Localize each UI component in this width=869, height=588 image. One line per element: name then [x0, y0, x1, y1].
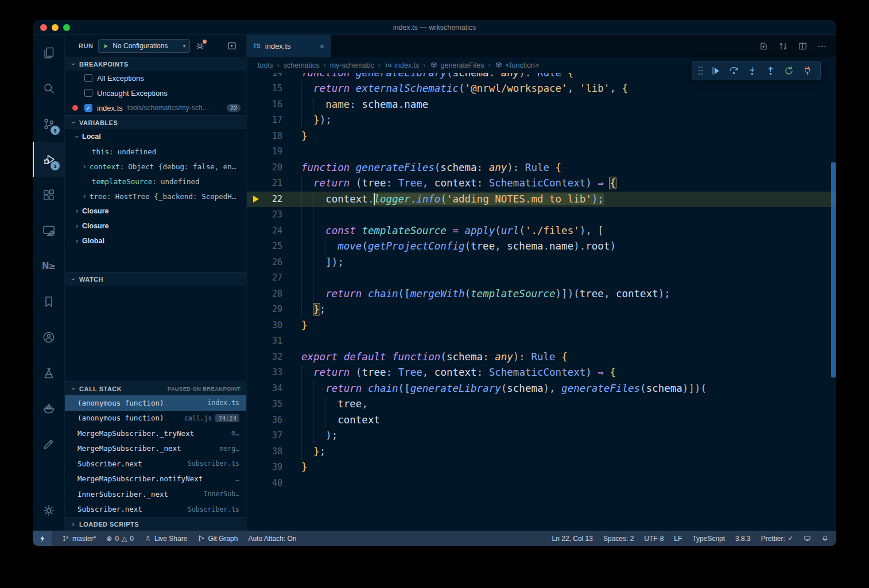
- activity-docker[interactable]: [33, 391, 64, 426]
- code-editor[interactable]: 14function generateLibrary(schema: any):…: [247, 73, 836, 531]
- activity-source-control[interactable]: 3: [33, 106, 64, 142]
- breadcrumb-function[interactable]: <function>: [495, 61, 539, 69]
- breakpoint-checkbox[interactable]: [84, 89, 92, 97]
- code-line-24[interactable]: 24 const templateSource = apply(url('./f…: [247, 223, 836, 239]
- split-editor-icon[interactable]: [798, 41, 808, 51]
- breakpoint-item[interactable]: Uncaught Exceptions: [65, 85, 246, 100]
- code-line-25[interactable]: 25 move(getProjectConfig(tree, schema.na…: [247, 239, 836, 255]
- more-actions-icon[interactable]: ⋯: [817, 42, 827, 51]
- debug-config-dropdown[interactable]: No Configurations ▾: [98, 39, 190, 53]
- breadcrumb-schematics[interactable]: schematics: [284, 61, 320, 69]
- open-changes-icon[interactable]: [759, 41, 769, 51]
- activity-search[interactable]: [33, 71, 64, 106]
- step-into-button[interactable]: [744, 63, 760, 79]
- code-line-35[interactable]: 35 tree,: [247, 396, 836, 412]
- code-line-39[interactable]: 39}: [247, 460, 836, 476]
- live-share-status[interactable]: Live Share: [144, 535, 187, 543]
- close-window-button[interactable]: [40, 24, 47, 31]
- activity-bookmarks[interactable]: [33, 284, 64, 320]
- variable-item[interactable]: ›tree:HostTree {_backend: ScopedH…: [65, 189, 246, 204]
- zoom-window-button[interactable]: [63, 24, 70, 31]
- call-stack-frame[interactable]: (anonymous function)index.ts: [65, 395, 246, 411]
- code-line-38[interactable]: 38 };: [247, 444, 836, 460]
- variables-section-header[interactable]: › VARIABLES: [65, 115, 246, 129]
- code-line-20[interactable]: 20function generateFiles(schema: any): R…: [247, 160, 836, 176]
- encoding-status[interactable]: UTF-8: [644, 535, 664, 543]
- variable-item[interactable]: this:undefined: [65, 144, 246, 159]
- watch-section-header[interactable]: › WATCH: [65, 272, 246, 286]
- code-line-22[interactable]: 22 context.logger.info('adding NOTES.md …: [247, 192, 836, 208]
- overview-ruler[interactable]: [831, 73, 836, 531]
- restart-button[interactable]: [781, 63, 797, 79]
- code-line-36[interactable]: 36 context: [247, 412, 836, 429]
- call-stack-frame[interactable]: InnerSubscriber._nextInnerSub…: [65, 486, 246, 502]
- code-line-26[interactable]: 26 ]);: [247, 255, 836, 271]
- activity-nx-console[interactable]: N≥: [33, 248, 64, 284]
- breadcrumb-index-ts[interactable]: TSindex.ts: [385, 61, 419, 69]
- code-line-17[interactable]: 17 });: [247, 112, 836, 128]
- code-line-33[interactable]: 33 return (tree: Tree, context: Schemati…: [247, 365, 836, 381]
- variables-scope[interactable]: ›Local: [65, 129, 246, 144]
- code-line-18[interactable]: 18}: [247, 128, 836, 145]
- code-line-34[interactable]: 34 return chain([generateLibrary(schema)…: [247, 381, 836, 397]
- activity-run-and-debug[interactable]: 1: [33, 142, 64, 177]
- variable-item[interactable]: ›context:Object {debug: false, en…: [65, 159, 246, 174]
- git-branch-status[interactable]: master*: [62, 535, 96, 543]
- call-stack-frame[interactable]: MergeMapSubscriber._tryNextm…: [65, 426, 246, 441]
- activity-live-share[interactable]: [33, 320, 64, 355]
- step-over-button[interactable]: [726, 63, 742, 79]
- tab-index-ts[interactable]: TS index.ts ×: [247, 35, 331, 57]
- code-line-37[interactable]: 37 );: [247, 428, 836, 444]
- auto-attach-status[interactable]: Auto Attach: On: [248, 535, 296, 543]
- indentation-status[interactable]: Spaces: 2: [603, 535, 634, 543]
- call-stack-frame[interactable]: Subscriber.nextSubscriber.ts: [65, 502, 246, 517]
- activity-explorer[interactable]: [33, 35, 64, 71]
- call-stack-frame[interactable]: Subscriber.nextSubscriber.ts: [65, 456, 246, 472]
- variables-scope[interactable]: ›Global: [65, 233, 246, 248]
- breakpoints-section-header[interactable]: › BREAKPOINTS: [65, 57, 246, 71]
- variable-item[interactable]: templateSource:undefined: [65, 174, 246, 189]
- breakpoint-item[interactable]: ✓index.tstools/schematics/my-sch…22: [65, 100, 246, 115]
- toolbar-drag-handle[interactable]: [697, 65, 704, 76]
- call-stack-frame[interactable]: MergeMapSubscriber._nextmerg…: [65, 441, 246, 457]
- breadcrumb-my-schematic[interactable]: my-schematic: [330, 61, 374, 69]
- close-tab-icon[interactable]: ×: [320, 42, 324, 51]
- notifications-bell-icon[interactable]: [821, 535, 829, 542]
- call-stack-frame[interactable]: MergeMapSubscriber.notifyNext…: [65, 472, 246, 487]
- compare-changes-icon[interactable]: [778, 41, 788, 51]
- disconnect-button[interactable]: [800, 63, 815, 79]
- remote-indicator[interactable]: [33, 531, 52, 546]
- prettier-status[interactable]: Prettier: ✓: [761, 535, 793, 543]
- code-line-40[interactable]: 40: [247, 476, 836, 492]
- step-out-button[interactable]: [763, 63, 778, 79]
- breakpoint-checkbox[interactable]: ✓: [84, 104, 92, 112]
- code-line-31[interactable]: 31: [247, 333, 836, 349]
- activity-manage[interactable]: [33, 493, 64, 528]
- problems-status[interactable]: ⊗ 0 △ 0: [106, 535, 134, 543]
- code-line-19[interactable]: 19: [247, 144, 836, 160]
- breadcrumb-generatefiles[interactable]: generateFiles: [430, 61, 484, 69]
- code-line-16[interactable]: 16 name: schema.name: [247, 97, 836, 113]
- activity-remote-explorer[interactable]: [33, 213, 64, 248]
- activity-codetour[interactable]: [33, 426, 64, 462]
- cursor-position-status[interactable]: Ln 22, Col 13: [552, 535, 593, 543]
- activity-extensions[interactable]: [33, 177, 64, 213]
- call-stack-frame[interactable]: (anonymous function)call.js74:24: [65, 411, 246, 426]
- code-line-23[interactable]: 23: [247, 207, 836, 223]
- screencast-icon[interactable]: [804, 535, 811, 542]
- configure-gear-icon[interactable]: [195, 41, 205, 51]
- breakpoint-checkbox[interactable]: [84, 74, 92, 82]
- activity-tests[interactable]: [33, 355, 64, 391]
- call-stack-section-header[interactable]: › CALL STACK PAUSED ON BREAKPOINT: [65, 381, 246, 395]
- continue-button[interactable]: [708, 63, 723, 79]
- code-line-21[interactable]: 21 return (tree: Tree, context: Schemati…: [247, 176, 836, 192]
- code-line-28[interactable]: 28 return chain([mergeWith(templateSourc…: [247, 286, 836, 302]
- code-line-27[interactable]: 27: [247, 270, 836, 286]
- breakpoint-item[interactable]: All Exceptions: [65, 71, 246, 85]
- debug-console-icon[interactable]: [227, 41, 237, 51]
- variables-scope[interactable]: ›Closure: [65, 219, 246, 233]
- eol-status[interactable]: LF: [674, 535, 682, 543]
- variables-scope[interactable]: ›Closure: [65, 204, 246, 219]
- loaded-scripts-section-header[interactable]: › LOADED SCRIPTS: [65, 517, 246, 531]
- code-line-29[interactable]: 29 };: [247, 302, 836, 318]
